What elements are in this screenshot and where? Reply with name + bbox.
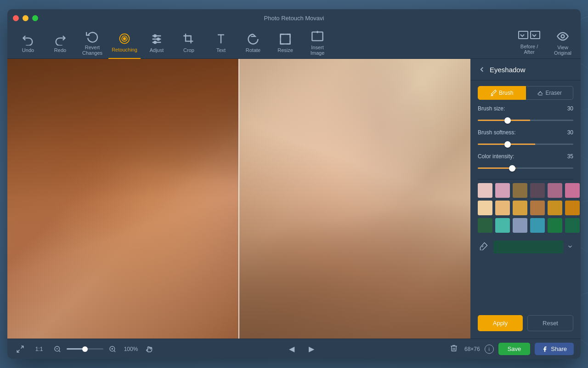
brush-size-label: Brush size: [478, 105, 505, 112]
prev-photo-button[interactable]: ◀ [285, 343, 298, 355]
photo-left [7, 59, 239, 339]
zoom-out-button[interactable] [52, 344, 63, 355]
photo-container [7, 59, 470, 339]
svg-rect-12 [312, 32, 322, 40]
svg-point-8 [154, 41, 156, 43]
brush-label: Brush [499, 90, 513, 96]
zoom-slider[interactable] [67, 348, 103, 350]
brush-size-value: 30 [562, 105, 573, 112]
share-button[interactable]: Share [535, 343, 574, 355]
color-swatch[interactable] [530, 183, 545, 198]
undo-button[interactable]: Undo [12, 27, 44, 59]
redo-label: Redo [54, 47, 66, 53]
crop-label: Crop [183, 47, 194, 53]
retouching-button[interactable]: Retouching [108, 27, 141, 59]
zoom-in-button[interactable] [107, 344, 118, 355]
next-photo-button[interactable]: ▶ [305, 343, 318, 355]
color-swatch[interactable] [548, 218, 562, 233]
toolbar-center: Retouching Adjust Crop [108, 27, 334, 59]
eraser-button[interactable]: Eraser [526, 86, 574, 100]
right-panel: Eyeshadow Brush Eraser [470, 59, 581, 339]
toolbar-left: Undo Redo RevertChanges [12, 27, 108, 59]
window-controls [13, 15, 38, 21]
close-button[interactable] [13, 15, 19, 21]
before-after-button[interactable]: Before /After [514, 27, 545, 59]
text-label: Text [216, 47, 226, 53]
svg-point-2 [124, 37, 126, 40]
brush-softness-value: 30 [562, 129, 573, 136]
color-swatch[interactable] [478, 218, 492, 233]
adjust-button[interactable]: Adjust [141, 27, 173, 59]
insert-image-button[interactable]: InsertImage [301, 27, 334, 59]
maximize-button[interactable] [32, 15, 38, 21]
brush-size-slider[interactable] [478, 120, 573, 121]
canvas-area[interactable] [7, 59, 470, 339]
view-original-label: ViewOriginal [554, 45, 571, 56]
bottom-bar: 1:1 100% [7, 339, 581, 359]
minimize-button[interactable] [23, 15, 28, 21]
color-swatch[interactable] [495, 218, 510, 233]
color-dropdown-button[interactable] [567, 243, 573, 251]
toolbar-right: Before /After ViewOriginal [514, 27, 576, 59]
revert-label: RevertChanges [82, 45, 102, 56]
pan-tool-button[interactable] [144, 343, 156, 355]
eraser-label: Eraser [546, 90, 562, 96]
color-intensity-slider[interactable] [478, 167, 573, 169]
svg-point-7 [157, 38, 159, 40]
text-button[interactable]: Text [205, 27, 237, 59]
color-swatch[interactable] [565, 218, 580, 233]
brush-eraser-row: Brush Eraser [470, 80, 581, 105]
undo-label: Undo [22, 47, 34, 53]
back-button[interactable] [478, 65, 486, 74]
toolbar: Undo Redo RevertChanges [7, 27, 581, 59]
zoom-1to1-label: 1:1 [30, 346, 48, 352]
resize-button[interactable]: Resize [269, 27, 301, 59]
action-row: Apply Reset [470, 310, 581, 339]
brush-button[interactable]: Brush [478, 86, 526, 100]
bottom-left: 1:1 100% [14, 343, 156, 355]
color-swatch[interactable] [530, 218, 545, 233]
reset-button[interactable]: Reset [527, 315, 573, 331]
rotate-button[interactable]: Rotate [237, 27, 269, 59]
color-grid [470, 179, 581, 236]
brush-softness-label: Brush softness: [478, 129, 516, 136]
main-content: Eyeshadow Brush Eraser [7, 59, 581, 339]
selected-color-bar[interactable] [493, 241, 563, 253]
svg-line-18 [538, 92, 541, 94]
panel-header: Eyeshadow [470, 59, 581, 80]
color-swatch[interactable] [495, 183, 510, 198]
color-swatch[interactable] [513, 201, 527, 215]
color-swatch[interactable] [565, 201, 580, 215]
svg-line-21 [17, 350, 19, 352]
fullscreen-button[interactable] [14, 343, 26, 355]
color-intensity-value: 35 [562, 153, 573, 160]
rotate-label: Rotate [246, 47, 260, 53]
app-window: Photo Retouch Movavi Undo Redo [7, 9, 581, 359]
crop-button[interactable]: Crop [173, 27, 205, 59]
color-swatch[interactable] [548, 201, 562, 215]
svg-rect-11 [281, 34, 290, 44]
color-swatch[interactable] [513, 218, 527, 233]
svg-line-19 [482, 246, 483, 247]
redo-button[interactable]: Redo [44, 27, 76, 59]
title-bar: Photo Retouch Movavi [7, 9, 581, 27]
color-swatch[interactable] [565, 183, 580, 198]
color-swatch[interactable] [548, 183, 562, 198]
brush-softness-slider[interactable] [478, 144, 573, 145]
color-swatch[interactable] [513, 183, 527, 198]
eyedropper-button[interactable] [478, 240, 490, 254]
photo-split [7, 59, 470, 339]
resize-label: Resize [277, 47, 293, 53]
save-button[interactable]: Save [498, 343, 531, 355]
delete-button[interactable] [448, 342, 460, 356]
color-swatch[interactable] [495, 201, 510, 215]
apply-button[interactable]: Apply [478, 315, 523, 331]
info-button[interactable]: i [485, 345, 494, 354]
split-divider[interactable] [238, 59, 239, 339]
color-swatch[interactable] [478, 201, 492, 215]
revert-button[interactable]: RevertChanges [76, 27, 108, 59]
color-swatch[interactable] [530, 201, 545, 215]
svg-line-26 [114, 351, 115, 352]
color-swatch[interactable] [478, 183, 492, 198]
view-original-button[interactable]: ViewOriginal [549, 27, 576, 59]
